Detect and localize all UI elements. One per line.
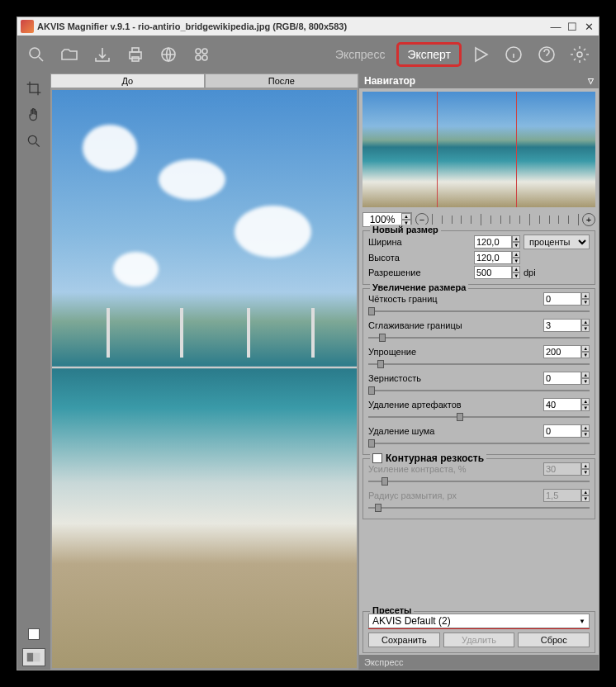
unsharp-group: Контурная резкость Усиление контраста, %… [362, 458, 595, 519]
grain-label: Зернистость [368, 373, 540, 383]
artifact-slider[interactable] [368, 413, 590, 421]
radius-label: Радиус размытия, px [368, 490, 540, 500]
noise-slider[interactable] [368, 439, 590, 448]
contrast-slider [368, 477, 590, 486]
height-input[interactable]: ▲▼ [474, 251, 520, 264]
edge-sharp-label: Чёткость границ [368, 294, 540, 304]
navigator-title: Навигатор [364, 75, 415, 87]
tab-after[interactable]: После [205, 73, 359, 88]
window-title: AKVIS Magnifier v.9.1 - rio-antirio_brid… [37, 21, 546, 31]
noise-input[interactable]: ▲▼ [543, 424, 590, 438]
edge-smooth-slider[interactable] [368, 334, 590, 342]
unsharp-checkbox[interactable] [372, 453, 382, 463]
resolution-input[interactable]: ▲▼ [474, 266, 520, 279]
svg-point-7 [196, 55, 201, 60]
svg-point-12 [28, 135, 36, 144]
enlarge-label: Увеличение размера [370, 282, 468, 292]
info-icon[interactable] [500, 40, 528, 69]
svg-rect-1 [130, 52, 141, 59]
preview-image [52, 90, 357, 668]
width-input[interactable]: ▲▼ [474, 235, 520, 249]
close-button[interactable]: ✕ [582, 20, 595, 33]
edge-sharp-input[interactable]: ▲▼ [543, 292, 590, 306]
svg-point-0 [30, 48, 40, 58]
svg-rect-13 [27, 653, 34, 662]
radius-input: ▲▼ [543, 489, 590, 502]
zoom-up[interactable]: ▲ [401, 213, 411, 220]
main-toolbar: Экспресс Эксперт [17, 36, 599, 73]
run-icon[interactable] [467, 40, 495, 69]
svg-rect-2 [132, 48, 139, 52]
new-size-group: Новый размер Ширина ▲▼ проценты Высота ▲… [362, 230, 595, 285]
image-canvas[interactable] [50, 88, 358, 670]
mode-express[interactable]: Экспресс [327, 45, 394, 64]
titlebar: AKVIS Magnifier v.9.1 - rio-antirio_brid… [17, 17, 599, 36]
resolution-label: Разрешение [368, 268, 471, 277]
svg-point-11 [577, 52, 582, 57]
noise-label: Удаление шума [368, 426, 540, 436]
unsharp-label: Контурная резкость [370, 452, 486, 464]
minimize-button[interactable]: — [549, 20, 562, 33]
simplify-label: Упрощение [368, 347, 540, 357]
print-icon[interactable] [121, 40, 149, 69]
mode-expert[interactable]: Эксперт [396, 42, 462, 67]
magnifier-tool-icon[interactable] [22, 40, 50, 69]
grain-slider[interactable] [368, 386, 590, 395]
edge-smooth-label: Сглаживание границы [368, 320, 540, 330]
collapse-icon[interactable]: ▽ [588, 77, 594, 85]
compare-toggle-icon[interactable] [22, 648, 45, 666]
edge-smooth-input[interactable]: ▲▼ [543, 319, 590, 332]
crop-tool-icon[interactable] [21, 77, 46, 100]
grain-input[interactable]: ▲▼ [543, 372, 590, 385]
app-window: AKVIS Magnifier v.9.1 - rio-antirio_brid… [17, 17, 599, 670]
svg-rect-14 [34, 653, 40, 662]
contrast-label: Усиление контраста, % [368, 464, 540, 474]
batch-icon[interactable] [187, 40, 216, 69]
navigator-preview[interactable] [362, 92, 595, 207]
new-size-label: Новый размер [370, 225, 441, 235]
enlarge-group: Увеличение размера Чёткость границ▲▼ Сгл… [362, 288, 595, 455]
artifact-label: Удаление артефактов [368, 400, 540, 410]
app-icon [21, 20, 34, 33]
canvas-area: До После [50, 73, 359, 670]
view-tabs: До После [50, 73, 358, 88]
zoom-in-icon[interactable]: + [582, 213, 595, 226]
maximize-button[interactable]: ☐ [566, 20, 579, 33]
width-label: Ширина [368, 237, 471, 247]
share-icon[interactable] [154, 40, 182, 69]
zoom-tool-icon[interactable] [21, 130, 46, 153]
delete-preset-button[interactable]: Удалить [443, 633, 515, 647]
preset-select[interactable]: AKVIS Default (2)▼ [368, 614, 590, 628]
navigator-header: Навигатор ▽ [359, 73, 599, 88]
height-label: Высота [368, 253, 471, 263]
simplify-slider[interactable] [368, 360, 590, 368]
simplify-input[interactable]: ▲▼ [543, 345, 590, 358]
radius-slider [368, 504, 590, 512]
save-file-icon[interactable] [88, 40, 116, 69]
side-toolbar [17, 73, 50, 670]
color-swatch[interactable] [28, 628, 40, 640]
footer-status: Экспресс [359, 655, 599, 670]
dpi-label: dpi [524, 268, 590, 277]
edge-sharp-slider[interactable] [368, 307, 590, 315]
settings-panel: Навигатор ▽ 100% ▲▼ − + Новый р [359, 73, 599, 670]
zoom-slider[interactable] [432, 213, 579, 226]
help-icon[interactable] [533, 40, 561, 69]
settings-icon[interactable] [566, 40, 594, 69]
reset-preset-button[interactable]: Сброс [518, 633, 590, 647]
units-select[interactable]: проценты [524, 235, 590, 249]
presets-group: Пресеты AKVIS Default (2)▼ Сохранить Уда… [362, 611, 595, 653]
artifact-input[interactable]: ▲▼ [543, 398, 590, 411]
svg-point-8 [202, 55, 207, 60]
svg-point-5 [196, 49, 201, 54]
workspace: До После [17, 73, 599, 670]
open-file-icon[interactable] [55, 40, 83, 69]
hand-tool-icon[interactable] [21, 103, 46, 126]
tab-before[interactable]: До [50, 73, 205, 88]
contrast-input: ▲▼ [543, 462, 590, 476]
svg-point-6 [202, 49, 207, 54]
save-preset-button[interactable]: Сохранить [368, 633, 440, 647]
